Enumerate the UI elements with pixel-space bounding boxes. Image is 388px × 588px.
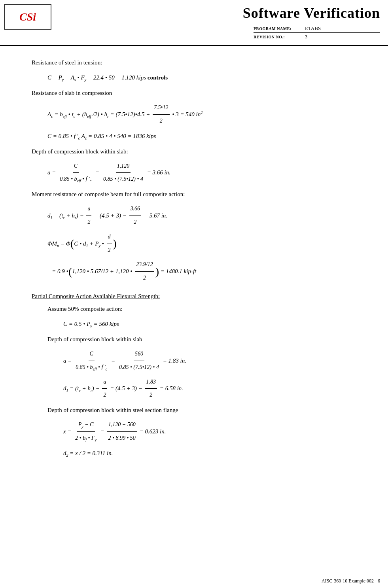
resistance-steel-heading: Resistance of steel in tension: (32, 58, 364, 67)
page-title: Software Verification (243, 5, 380, 21)
phimn-eq1: ΦMn = Φ (47, 237, 70, 250)
a2-eq-row: a = C 0.85 • beff • f 'c = 560 0.85 • (7… (63, 348, 364, 374)
a-frac-2: 1,120 0.85 • (7.5•12) • 4 (102, 160, 144, 186)
a2-frac2: 560 0.85 • (7.5•12) • 4 (118, 348, 160, 374)
phimn-eq-row: ΦMn = Φ ( C • d1 + Py • d 2 ) (47, 231, 364, 257)
logo: CSi (4, 4, 51, 30)
footer: AISC-360-10 Example 002 - 6 (322, 578, 380, 584)
program-value: ETABS (305, 25, 380, 32)
a2-frac1: C 0.85 • beff • f 'c (74, 348, 108, 374)
phimn-eq2-end: = 1480.1 kip-ft (161, 265, 197, 278)
header-meta: PROGRAM NAME: ETABS REVISION NO.: 3 (254, 25, 380, 41)
controls-label: controls (148, 71, 168, 84)
c-slab-eq-row: C = 0.85 • f 'c Ac = 0.85 • 4 • 540 = 18… (47, 130, 364, 143)
ac-eq: Ac = beff • tc + (beff /2) • hr = (7.5•1… (47, 108, 150, 121)
x-end: = 0.623 in. (140, 425, 166, 438)
paren-open2: ( (68, 266, 72, 277)
d1-2-mid: = (4.5 + 3) − (110, 382, 142, 395)
d1-frac2: 3.66 2 (129, 203, 142, 229)
content-area: Resistance of steel in tension: C = Py =… (0, 46, 388, 480)
moment-formula: d1 = (tc + hr) − a 2 = (4.5 + 3) − 3.66 … (47, 203, 364, 284)
a-eq-row: a = C 0.85 • beff • f 'c = 1,120 0.85 • … (47, 160, 364, 186)
depth-compression-heading: Depth of compression block within slab: (32, 147, 364, 156)
phimn-eq2-inner: 1,120 • 5.67/12 + 1,120 • (72, 265, 132, 278)
header: CSi Software Verification PROGRAM NAME: … (0, 0, 388, 46)
resistance-slab-heading: Resistance of slab in compression (32, 88, 364, 98)
x-frac1: Py − C 2 • bf • Fy (74, 419, 98, 444)
revision-row: REVISION NO.: 3 (254, 33, 380, 41)
phimn-frac2: 23.9/12 2 (135, 259, 154, 284)
phimn-eq2: = 0.9 • (47, 265, 68, 278)
x-frac2: 1,120 − 560 2 • 8.99 • 50 (107, 419, 137, 444)
program-label: PROGRAM NAME: (254, 26, 305, 31)
d2-eq-row: d2 = x / 2 = 0.311 in. (63, 447, 364, 460)
program-name-row: PROGRAM NAME: ETABS (254, 25, 380, 33)
d1-eq: d1 = (tc + hr) − (47, 209, 84, 222)
d1-frac: a 2 (86, 203, 91, 229)
partial-composite-heading: Partial Composite Action Available Flexu… (32, 291, 364, 301)
depth-steel-heading: Depth of compression block within steel … (47, 405, 364, 415)
depth-slab-formula: a = C 0.85 • beff • f 'c = 560 0.85 • (7… (63, 348, 364, 401)
slab-frac: 7.5•12 2 (153, 102, 169, 127)
a-eq-eq: = (95, 166, 99, 179)
revision-label: REVISION NO.: (254, 35, 305, 39)
assume-50-text: Assume 50% composite action: (47, 304, 364, 314)
paren-open: ( (70, 238, 74, 249)
footer-text: AISC-360-10 Example 002 - 6 (322, 578, 380, 584)
c-50-eq-row: C = 0.5 • Py = 560 kips (63, 318, 364, 331)
d1-2-frac2: 1.83 2 (145, 376, 157, 402)
x-eq: = (100, 425, 104, 438)
d1-eq-row: d1 = (tc + hr) − a 2 = (4.5 + 3) − 3.66 … (47, 203, 364, 229)
depth-slab-heading: Depth of compression block within slab (47, 335, 364, 344)
phimn-inner: C • d1 + Py • (74, 237, 104, 250)
d2-eq: d2 = x / 2 = 0.311 in. (63, 447, 113, 460)
d1-eq-end: = 5.67 in. (144, 209, 167, 222)
resistance-slab-formula: Ac = beff • tc + (beff /2) • hr = (7.5•1… (47, 102, 364, 143)
ac-eq-end: • 3 = 540 in2 (172, 108, 203, 121)
a2-end: = 1.83 in. (163, 354, 186, 367)
d1-2-end: = 6.58 in. (160, 382, 183, 395)
steel-eq-row: C = Py = As • Fy = 22.4 • 50 = 1,120 kip… (47, 71, 364, 84)
c-50-eq: C = 0.5 • Py = 560 kips (63, 318, 119, 331)
phimn-frac: d 2 (107, 231, 112, 257)
a-lhs: a = (47, 166, 56, 179)
x-lhs: x = (63, 425, 72, 438)
moment-resistance-heading: Moment resistance of composite beam for … (32, 189, 364, 199)
a2-eq: = (111, 354, 115, 367)
paren-close2: ) (155, 266, 159, 277)
logo-text: CSi (19, 11, 36, 23)
header-right: Software Verification PROGRAM NAME: ETAB… (51, 4, 380, 41)
x-eq-row: x = Py − C 2 • bf • Fy = 1,120 − 560 2 •… (63, 419, 364, 444)
d1-2-eq-row: d1 = (tc + hr) − a 2 = (4.5 + 3) − 1.83 … (63, 376, 364, 402)
ac-eq-row: Ac = beff • tc + (beff /2) • hr = (7.5•1… (47, 102, 364, 127)
c-slab-eq: C = 0.85 • f 'c Ac = 0.85 • 4 • 540 = 18… (47, 130, 156, 143)
a-frac-1: C 0.85 • beff • f 'c (59, 160, 93, 186)
d1-2-lhs: d1 = (tc + hr) − (63, 382, 100, 395)
depth-steel-formula: x = Py − C 2 • bf • Fy = 1,120 − 560 2 •… (63, 419, 364, 460)
assume-50-section: Assume 50% composite action: C = 0.5 • P… (32, 304, 364, 460)
d1-eq-mid: = (4.5 + 3) − (94, 209, 127, 222)
d1-2-frac: a 2 (102, 376, 107, 402)
depth-formula: a = C 0.85 • beff • f 'c = 1,120 0.85 • … (47, 160, 364, 186)
a2-lhs: a = (63, 354, 72, 367)
assume-50-formula: C = 0.5 • Py = 560 kips (63, 318, 364, 331)
phimn-eq2-row: = 0.9 • ( 1,120 • 5.67/12 + 1,120 • 23.9… (47, 259, 364, 284)
revision-value: 3 (305, 34, 380, 40)
a-eq-end: = 3.66 in. (147, 166, 170, 179)
resistance-steel-formula: C = Py = As • Fy = 22.4 • 50 = 1,120 kip… (47, 71, 364, 84)
paren-close: ) (113, 238, 117, 249)
steel-eq: C = Py = As • Fy = 22.4 • 50 = 1,120 kip… (47, 71, 146, 84)
